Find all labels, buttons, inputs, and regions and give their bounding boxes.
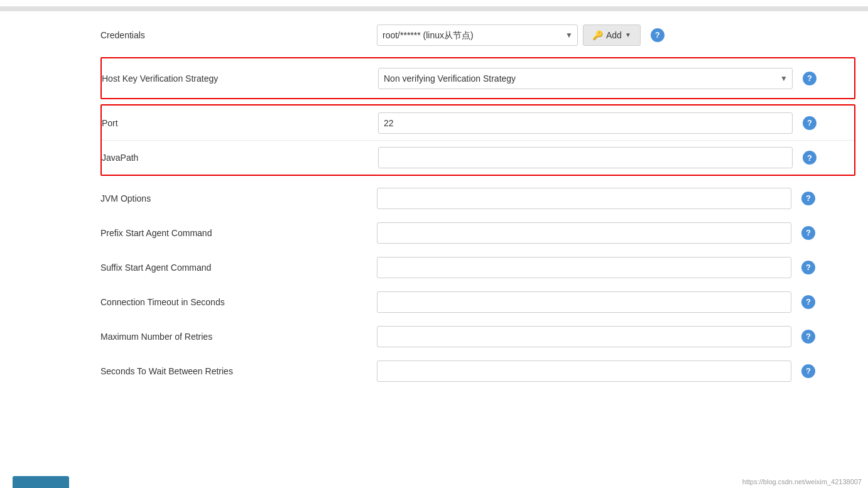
port-java-section: Port ? JavaPath ?: [100, 104, 855, 176]
prefix-start-agent-help-icon[interactable]: ?: [801, 226, 815, 240]
credentials-row: Credentials root/****** (linux从节点) ▼ 🔑 A…: [100, 18, 855, 52]
jvm-options-label: JVM Options: [100, 193, 377, 203]
java-path-input-area: ?: [378, 147, 854, 168]
suffix-start-agent-row: Suffix Start Agent Command ?: [100, 250, 855, 285]
suffix-start-agent-input-area: ?: [377, 257, 855, 278]
port-label: Port: [102, 118, 378, 128]
suffix-start-agent-label: Suffix Start Agent Command: [100, 263, 377, 273]
connection-timeout-help-icon[interactable]: ?: [801, 295, 815, 309]
port-input-area: ?: [378, 112, 854, 134]
max-retries-label: Maximum Number of Retries: [100, 332, 377, 342]
host-key-select[interactable]: Non verifying Verification StrategyKnown…: [378, 68, 793, 89]
suffix-start-agent-help-icon[interactable]: ?: [801, 261, 815, 274]
connection-timeout-input-area: ?: [377, 291, 855, 313]
credentials-help-icon[interactable]: ?: [651, 28, 665, 42]
save-button[interactable]: [13, 476, 69, 488]
seconds-wait-input[interactable]: [377, 361, 791, 382]
prefix-start-agent-row: Prefix Start Agent Command ?: [100, 215, 855, 250]
form-section: Credentials root/****** (linux从节点) ▼ 🔑 A…: [0, 18, 868, 388]
port-input[interactable]: [378, 112, 793, 134]
port-help-icon[interactable]: ?: [803, 116, 816, 130]
prefix-start-agent-input[interactable]: [377, 222, 791, 244]
jvm-options-row: JVM Options ?: [100, 181, 855, 215]
host-key-row: Host Key Verification Strategy Non verif…: [102, 61, 854, 95]
key-icon: 🔑: [592, 30, 603, 40]
connection-timeout-input[interactable]: [377, 291, 791, 313]
seconds-wait-input-area: ?: [377, 361, 855, 382]
java-path-help-icon[interactable]: ?: [803, 151, 816, 165]
credentials-input-group: root/****** (linux从节点) ▼ 🔑 Add ▼: [377, 24, 641, 46]
prefix-start-agent-label: Prefix Start Agent Command: [100, 228, 377, 238]
footer-url: https://blog.csdn.net/weixim_42138007: [742, 478, 862, 485]
jvm-options-input[interactable]: [377, 188, 791, 209]
prefix-start-agent-input-area: ?: [377, 222, 855, 244]
java-path-input[interactable]: [378, 147, 793, 168]
credentials-select-wrapper: root/****** (linux从节点) ▼: [377, 24, 578, 46]
seconds-wait-label: Seconds To Wait Between Retries: [100, 366, 377, 376]
credentials-label: Credentials: [100, 30, 377, 40]
connection-timeout-label: Connection Timeout in Seconds: [100, 297, 377, 307]
host-key-label: Host Key Verification Strategy: [102, 73, 378, 84]
credentials-select[interactable]: root/****** (linux从节点): [377, 24, 578, 46]
java-path-label: JavaPath: [102, 153, 378, 163]
seconds-wait-row: Seconds To Wait Between Retries ?: [100, 354, 855, 388]
connection-timeout-row: Connection Timeout in Seconds ?: [100, 285, 855, 319]
jvm-options-help-icon[interactable]: ?: [801, 192, 815, 205]
max-retries-help-icon[interactable]: ?: [801, 330, 815, 344]
suffix-start-agent-input[interactable]: [377, 257, 791, 278]
add-button-dropdown-icon: ▼: [625, 31, 631, 38]
host-key-select-wrapper: Non verifying Verification StrategyKnown…: [378, 68, 793, 89]
add-credentials-button[interactable]: 🔑 Add ▼: [583, 24, 641, 46]
add-button-label: Add: [606, 30, 622, 40]
jvm-options-input-area: ?: [377, 188, 855, 209]
java-path-row: JavaPath ?: [102, 140, 854, 175]
credentials-input-area: root/****** (linux从节点) ▼ 🔑 Add ▼ ?: [377, 24, 855, 46]
seconds-wait-help-icon[interactable]: ?: [801, 364, 815, 378]
max-retries-input[interactable]: [377, 326, 791, 347]
host-key-input-area: Non verifying Verification StrategyKnown…: [378, 68, 854, 89]
port-row: Port ?: [102, 106, 854, 140]
max-retries-input-area: ?: [377, 326, 855, 347]
page-container: Credentials root/****** (linux从节点) ▼ 🔑 A…: [0, 0, 868, 488]
host-key-help-icon[interactable]: ?: [803, 72, 816, 85]
footer-bar: [0, 482, 868, 488]
top-scrollbar: [0, 6, 868, 11]
host-key-section: Host Key Verification Strategy Non verif…: [100, 57, 855, 99]
max-retries-row: Maximum Number of Retries ?: [100, 319, 855, 354]
